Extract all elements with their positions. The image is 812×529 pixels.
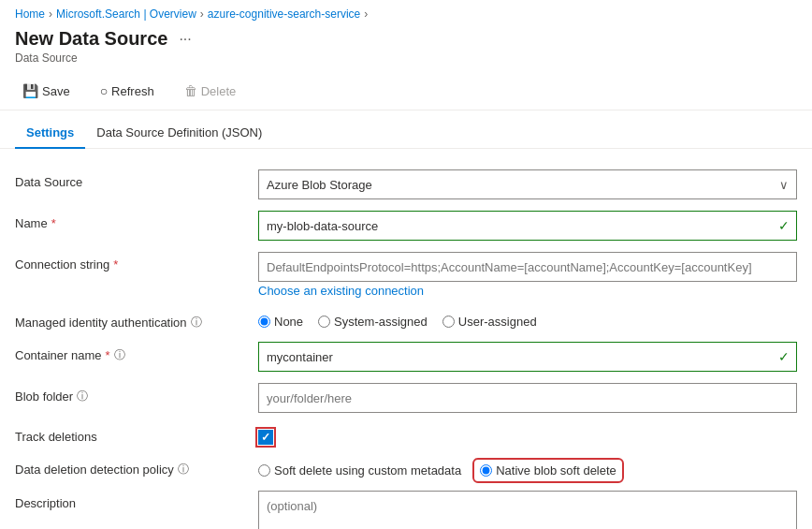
data-deletion-info-icon[interactable]: ⓘ	[178, 462, 189, 478]
name-required: *	[51, 216, 56, 230]
page-subtitle: Data Source	[15, 51, 797, 65]
data-source-control: Azure Blob Storage ∨	[258, 169, 797, 199]
track-deletions-row: Track deletions ✓	[15, 419, 797, 450]
radio-native-highlighted[interactable]: Native blob soft delete	[476, 462, 620, 479]
tab-bar: Settings Data Source Definition (JSON)	[0, 118, 812, 149]
container-name-label: Container name * ⓘ	[15, 342, 258, 363]
data-deletion-radio-group: Soft delete using custom metadata Native…	[258, 456, 797, 479]
description-label: Description	[15, 491, 258, 510]
description-control	[258, 491, 797, 529]
name-control: ✓	[258, 211, 797, 241]
data-deletion-row: Data deletion detection policy ⓘ Soft de…	[15, 450, 797, 485]
name-label: Name *	[15, 211, 258, 230]
check-icon: ✓	[778, 218, 790, 233]
tab-json[interactable]: Data Source Definition (JSON)	[85, 118, 273, 149]
delete-icon: 🗑	[184, 83, 197, 98]
blob-folder-info-icon[interactable]: ⓘ	[77, 389, 88, 404]
data-source-select[interactable]: Azure Blob Storage ∨	[258, 169, 797, 199]
page-title: New Data Source	[15, 28, 167, 50]
data-source-label: Data Source	[15, 169, 258, 189]
connection-string-input[interactable]	[258, 252, 797, 282]
container-name-input[interactable]	[258, 342, 797, 372]
radio-system-assigned[interactable]: System-assigned	[318, 315, 428, 329]
track-deletions-label: Track deletions	[15, 424, 258, 444]
radio-native-blob[interactable]	[480, 464, 492, 477]
blob-folder-row: Blob folder ⓘ	[15, 377, 797, 419]
choose-connection-link[interactable]: Choose an existing connection	[258, 284, 797, 298]
delete-button[interactable]: 🗑 Delete	[177, 80, 244, 102]
page-header: New Data Source ··· Data Source	[0, 24, 812, 65]
refresh-button[interactable]: ○ Refresh	[93, 80, 162, 102]
description-textarea[interactable]	[258, 491, 797, 529]
radio-soft-delete[interactable]: Soft delete using custom metadata	[258, 463, 461, 478]
tab-settings[interactable]: Settings	[15, 118, 85, 149]
data-source-row: Data Source Azure Blob Storage ∨	[15, 164, 797, 205]
connection-string-label: Connection string *	[15, 252, 258, 272]
container-info-icon[interactable]: ⓘ	[114, 347, 125, 363]
radio-user-assigned[interactable]: User-assigned	[442, 315, 537, 329]
container-name-row: Container name * ⓘ ✓	[15, 336, 797, 377]
connection-string-row: Connection string * Choose an existing c…	[15, 246, 797, 303]
managed-identity-row: Managed identity authentication ⓘ None S…	[15, 303, 797, 336]
connection-string-control: Choose an existing connection	[258, 252, 797, 298]
radio-none[interactable]: None	[258, 315, 303, 329]
blob-folder-input[interactable]	[258, 383, 797, 413]
data-deletion-label: Data deletion detection policy ⓘ	[15, 456, 258, 478]
managed-identity-radio-group: None System-assigned User-assigned	[258, 309, 797, 329]
refresh-icon: ○	[100, 83, 108, 98]
toolbar: 💾 Save ○ Refresh 🗑 Delete	[0, 72, 812, 110]
managed-identity-label: Managed identity authentication ⓘ	[15, 309, 258, 331]
data-deletion-control: Soft delete using custom metadata Native…	[258, 456, 797, 479]
breadcrumb-search[interactable]: Microsoft.Search | Overview	[56, 7, 196, 21]
ellipsis-button[interactable]: ···	[175, 31, 195, 48]
container-name-control: ✓	[258, 342, 797, 372]
container-check-icon: ✓	[778, 349, 790, 364]
managed-identity-control: None System-assigned User-assigned	[258, 309, 797, 329]
save-button[interactable]: 💾 Save	[15, 80, 78, 102]
checkbox-check-icon: ✓	[261, 431, 270, 444]
track-deletions-checkbox[interactable]: ✓	[258, 430, 273, 445]
track-deletions-control: ✓	[258, 424, 797, 445]
breadcrumb-service[interactable]: azure-cognitive-search-service	[208, 7, 360, 21]
blob-folder-label: Blob folder ⓘ	[15, 383, 258, 404]
description-row: Description	[15, 485, 797, 529]
save-icon: 💾	[22, 83, 38, 98]
name-row: Name * ✓	[15, 205, 797, 246]
breadcrumb: Home › Microsoft.Search | Overview › azu…	[0, 0, 812, 24]
chevron-down-icon: ∨	[779, 178, 789, 192]
breadcrumb-home[interactable]: Home	[15, 7, 45, 21]
name-input[interactable]	[258, 211, 797, 241]
blob-folder-control	[258, 383, 797, 413]
form-section: Data Source Azure Blob Storage ∨ Name * …	[0, 149, 812, 529]
info-icon[interactable]: ⓘ	[191, 315, 202, 331]
